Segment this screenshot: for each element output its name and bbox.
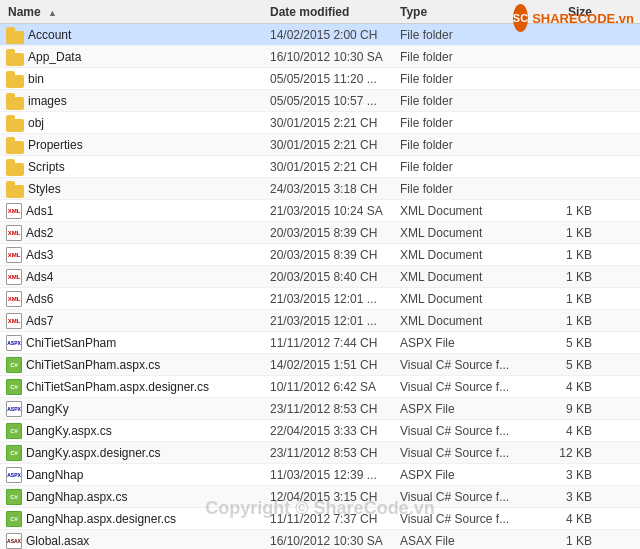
cell-size: 9 KB — [540, 402, 600, 416]
cell-type: XML Document — [400, 270, 540, 284]
cell-size: 1 KB — [540, 226, 600, 240]
file-name: Properties — [28, 138, 83, 152]
cell-date: 20/03/2015 8:40 CH — [270, 270, 400, 284]
cs-icon: C# — [6, 445, 22, 461]
cell-date: 30/01/2015 2:21 CH — [270, 160, 400, 174]
cell-name: C# DangNhap.aspx.cs — [0, 489, 270, 505]
cell-date: 14/02/2015 1:51 CH — [270, 358, 400, 372]
cell-name: C# DangKy.aspx.designer.cs — [0, 445, 270, 461]
table-row[interactable]: obj 30/01/2015 2:21 CH File folder — [0, 112, 640, 134]
table-row[interactable]: bin 05/05/2015 11:20 ... File folder — [0, 68, 640, 90]
cell-type: XML Document — [400, 292, 540, 306]
cell-name: Styles — [0, 180, 270, 198]
file-list[interactable]: Account 14/02/2015 2:00 CH File folder A… — [0, 24, 640, 549]
cell-type: File folder — [400, 116, 540, 130]
sort-arrow: ▲ — [48, 8, 57, 18]
folder-icon — [6, 70, 24, 88]
table-row[interactable]: ASPX DangNhap 11/03/2015 12:39 ... ASPX … — [0, 464, 640, 486]
col-date-header[interactable]: Date modified — [270, 5, 400, 19]
file-name: Ads3 — [26, 248, 53, 262]
table-row[interactable]: C# DangNhap.aspx.cs 12/04/2015 3:15 CH V… — [0, 486, 640, 508]
cell-date: 12/04/2015 3:15 CH — [270, 490, 400, 504]
file-name: DangNhap.aspx.designer.cs — [26, 512, 176, 526]
table-row[interactable]: XML Ads3 20/03/2015 8:39 CH XML Document… — [0, 244, 640, 266]
table-row[interactable]: ASAX Global.asax 16/10/2012 10:30 SA ASA… — [0, 530, 640, 549]
cell-size: 4 KB — [540, 512, 600, 526]
cell-name: images — [0, 92, 270, 110]
cell-name: ASPX DangKy — [0, 401, 270, 417]
cell-date: 16/10/2012 10:30 SA — [270, 534, 400, 548]
file-name: DangKy.aspx.cs — [26, 424, 112, 438]
file-name: Ads4 — [26, 270, 53, 284]
cell-size: 1 KB — [540, 270, 600, 284]
table-row[interactable]: XML Ads7 21/03/2015 12:01 ... XML Docume… — [0, 310, 640, 332]
file-name: obj — [28, 116, 44, 130]
folder-icon — [6, 158, 24, 176]
file-name: DangNhap — [26, 468, 83, 482]
table-row[interactable]: App_Data 16/10/2012 10:30 SA File folder — [0, 46, 640, 68]
aspx-icon: ASPX — [6, 467, 22, 483]
col-name-header[interactable]: Name ▲ — [0, 5, 270, 19]
table-row[interactable]: XML Ads4 20/03/2015 8:40 CH XML Document… — [0, 266, 640, 288]
cell-type: ASPX File — [400, 336, 540, 350]
cell-name: C# DangNhap.aspx.designer.cs — [0, 511, 270, 527]
cell-size: 1 KB — [540, 292, 600, 306]
cell-date: 21/03/2015 10:24 SA — [270, 204, 400, 218]
table-row[interactable]: C# ChiTietSanPham.aspx.cs 14/02/2015 1:5… — [0, 354, 640, 376]
cell-name: bin — [0, 70, 270, 88]
file-name: DangKy.aspx.designer.cs — [26, 446, 161, 460]
table-row[interactable]: ASPX ChiTietSanPham 11/11/2012 7:44 CH A… — [0, 332, 640, 354]
table-row[interactable]: XML Ads1 21/03/2015 10:24 SA XML Documen… — [0, 200, 640, 222]
cell-date: 11/11/2012 7:37 CH — [270, 512, 400, 526]
table-row[interactable]: Properties 30/01/2015 2:21 CH File folde… — [0, 134, 640, 156]
table-row[interactable]: C# DangNhap.aspx.designer.cs 11/11/2012 … — [0, 508, 640, 530]
cell-name: XML Ads7 — [0, 313, 270, 329]
table-row[interactable]: C# DangKy.aspx.cs 22/04/2015 3:33 CH Vis… — [0, 420, 640, 442]
file-name: Styles — [28, 182, 61, 196]
cell-date: 16/10/2012 10:30 SA — [270, 50, 400, 64]
cell-name: C# ChiTietSanPham.aspx.cs — [0, 357, 270, 373]
cell-size: 5 KB — [540, 336, 600, 350]
cell-name: ASPX ChiTietSanPham — [0, 335, 270, 351]
cell-size: 3 KB — [540, 468, 600, 482]
xml-icon: XML — [6, 313, 22, 329]
cell-type: File folder — [400, 94, 540, 108]
table-row[interactable]: C# ChiTietSanPham.aspx.designer.cs 10/11… — [0, 376, 640, 398]
cell-type: File folder — [400, 182, 540, 196]
xml-icon: XML — [6, 291, 22, 307]
cs-icon: C# — [6, 423, 22, 439]
cell-type: Visual C# Source f... — [400, 380, 540, 394]
table-row[interactable]: Styles 24/03/2015 3:18 CH File folder — [0, 178, 640, 200]
xml-icon: XML — [6, 203, 22, 219]
table-row[interactable]: C# DangKy.aspx.designer.cs 23/11/2012 8:… — [0, 442, 640, 464]
cell-type: Visual C# Source f... — [400, 358, 540, 372]
cell-size: 1 KB — [540, 534, 600, 548]
cell-type: File folder — [400, 50, 540, 64]
cell-type: Visual C# Source f... — [400, 490, 540, 504]
file-name: Ads7 — [26, 314, 53, 328]
table-row[interactable]: Scripts 30/01/2015 2:21 CH File folder — [0, 156, 640, 178]
cell-name: XML Ads6 — [0, 291, 270, 307]
xml-icon: XML — [6, 269, 22, 285]
cell-name: obj — [0, 114, 270, 132]
table-row[interactable]: XML Ads6 21/03/2015 12:01 ... XML Docume… — [0, 288, 640, 310]
file-name: Scripts — [28, 160, 65, 174]
cell-date: 22/04/2015 3:33 CH — [270, 424, 400, 438]
cell-name: C# DangKy.aspx.cs — [0, 423, 270, 439]
table-row[interactable]: XML Ads2 20/03/2015 8:39 CH XML Document… — [0, 222, 640, 244]
asax-icon: ASAX — [6, 533, 22, 549]
cell-type: File folder — [400, 160, 540, 174]
file-name: Ads2 — [26, 226, 53, 240]
xml-icon: XML — [6, 247, 22, 263]
cell-date: 21/03/2015 12:01 ... — [270, 292, 400, 306]
cell-type: File folder — [400, 72, 540, 86]
cell-size: 12 KB — [540, 446, 600, 460]
file-name: ChiTietSanPham.aspx.cs — [26, 358, 160, 372]
cell-type: ASPX File — [400, 468, 540, 482]
table-row[interactable]: ASPX DangKy 23/11/2012 8:53 CH ASPX File… — [0, 398, 640, 420]
cell-type: XML Document — [400, 226, 540, 240]
file-name: Ads1 — [26, 204, 53, 218]
table-row[interactable]: images 05/05/2015 10:57 ... File folder — [0, 90, 640, 112]
cs-icon: C# — [6, 511, 22, 527]
cell-name: ASAX Global.asax — [0, 533, 270, 549]
